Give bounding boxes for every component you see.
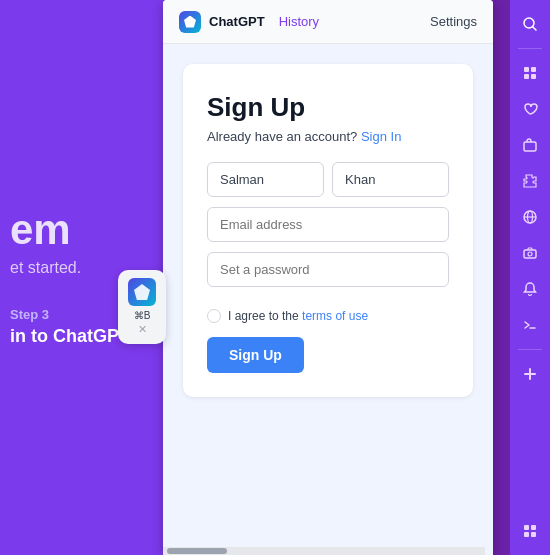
grid-bottom-icon [522, 523, 538, 539]
grid-icon [522, 65, 538, 81]
sidebar-icon-add[interactable] [514, 358, 546, 390]
sidebar-icon-camera[interactable] [514, 237, 546, 269]
last-name-input[interactable] [332, 162, 449, 197]
terms-prefix: I agree to the [228, 309, 299, 323]
terminal-icon [522, 317, 538, 333]
sidebar-divider-1 [518, 48, 542, 49]
globe-icon [522, 209, 538, 225]
bottom-scrollbar-thumb [167, 548, 227, 554]
password-input[interactable] [207, 252, 449, 287]
svg-line-1 [533, 27, 537, 31]
settings-link[interactable]: Settings [430, 14, 477, 29]
svg-rect-5 [531, 74, 536, 79]
svg-rect-2 [524, 67, 529, 72]
email-input[interactable] [207, 207, 449, 242]
sidebar-icon-bell[interactable] [514, 273, 546, 305]
browser-content: Sign Up Already have an account? Sign In… [163, 44, 493, 555]
terms-row: I agree to the terms of use [207, 309, 449, 323]
sidebar-icon-globe[interactable] [514, 201, 546, 233]
app-logo [179, 11, 201, 33]
sidebar-icon-puzzle[interactable] [514, 165, 546, 197]
browser-window: ChatGPT History Settings Sign Up Already… [163, 0, 493, 555]
add-icon [522, 366, 538, 382]
app-name: ChatGPT [209, 14, 265, 29]
app-logo-icon [184, 16, 196, 28]
terms-text: I agree to the terms of use [228, 309, 368, 323]
sidebar-icon-terminal[interactable] [514, 309, 546, 341]
puzzle-icon [522, 173, 538, 189]
svg-rect-10 [524, 250, 536, 258]
first-name-input[interactable] [207, 162, 324, 197]
search-icon [522, 16, 538, 32]
keystroke-logo-icon [134, 284, 150, 300]
signup-subtitle: Already have an account? Sign In [207, 129, 449, 144]
svg-rect-16 [531, 525, 536, 530]
history-link[interactable]: History [279, 14, 319, 29]
signup-button[interactable]: Sign Up [207, 337, 304, 373]
camera-icon [522, 245, 538, 261]
sidebar-icon-search[interactable] [514, 8, 546, 40]
keystroke-logo [128, 278, 156, 306]
signup-title: Sign Up [207, 92, 449, 123]
sidebar-icon-heart[interactable] [514, 93, 546, 125]
sidebar-icon-briefcase[interactable] [514, 129, 546, 161]
svg-rect-3 [531, 67, 536, 72]
bell-icon [522, 281, 538, 297]
heart-icon [522, 101, 538, 117]
signup-subtitle-text: Already have an account? [207, 129, 357, 144]
sidebar-divider-2 [518, 349, 542, 350]
svg-rect-15 [524, 525, 529, 530]
svg-point-11 [528, 252, 532, 256]
browser-topbar: ChatGPT History Settings [163, 0, 493, 44]
sidebar-icon-grid[interactable] [514, 57, 546, 89]
bg-partial-text-1: em [10, 209, 165, 251]
keystroke-close-button[interactable]: ✕ [138, 323, 147, 336]
svg-rect-17 [524, 532, 529, 537]
terms-checkbox[interactable] [207, 309, 221, 323]
svg-rect-18 [531, 532, 536, 537]
svg-rect-4 [524, 74, 529, 79]
sidebar-icon-grid-bottom[interactable] [514, 515, 546, 547]
keystroke-widget[interactable]: ⌘B ✕ [118, 270, 166, 344]
bottom-scrollbar[interactable] [163, 547, 485, 555]
name-row [207, 162, 449, 197]
right-sidebar [510, 0, 550, 555]
signup-card: Sign Up Already have an account? Sign In… [183, 64, 473, 397]
briefcase-icon [522, 137, 538, 153]
keystroke-shortcut: ⌘B [134, 310, 151, 321]
svg-rect-6 [524, 142, 536, 151]
terms-link[interactable]: terms of use [302, 309, 368, 323]
signin-link[interactable]: Sign In [361, 129, 401, 144]
